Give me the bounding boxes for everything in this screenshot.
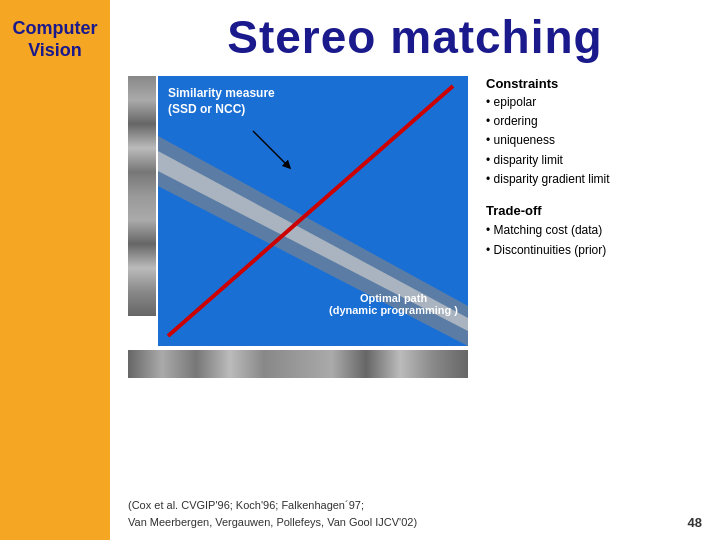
svg-line-3 <box>253 131 288 166</box>
main-content: Stereo matching <box>110 0 720 540</box>
citation: (Cox et al. CVGIP'96; Koch'96; Falkenhag… <box>128 497 417 530</box>
list-item: Discontinuities (prior) <box>486 240 702 260</box>
page-number: 48 <box>688 515 702 530</box>
list-item: uniqueness <box>486 131 702 150</box>
list-item: ordering <box>486 112 702 131</box>
image-strip-left <box>128 76 156 316</box>
list-item: Matching cost (data) <box>486 220 702 240</box>
bottom-image-strip <box>128 350 468 378</box>
diagram-area: Similarity measure (SSD or NCC) Optimal … <box>128 76 468 346</box>
tradeoff-title: Trade-off <box>486 203 702 218</box>
diagram-label-top: Similarity measure (SSD or NCC) <box>168 86 275 117</box>
diagram-section: Similarity measure (SSD or NCC) Optimal … <box>128 76 468 378</box>
list-item: epipolar <box>486 93 702 112</box>
constraints-list: epipolar ordering uniqueness disparity l… <box>486 93 702 189</box>
constraints-title: Constraints <box>486 76 702 91</box>
sidebar: Computer Vision <box>0 0 110 540</box>
page-title: Stereo matching <box>128 10 702 64</box>
list-item: disparity gradient limit <box>486 170 702 189</box>
content-row: Similarity measure (SSD or NCC) Optimal … <box>128 76 702 378</box>
footer: (Cox et al. CVGIP'96; Koch'96; Falkenhag… <box>110 497 720 530</box>
diagram-label-bottom: Optimal path (dynamic programming ) <box>329 292 458 316</box>
tradeoff-list: Matching cost (data) Discontinuities (pr… <box>486 220 702 261</box>
constraints-panel: Constraints epipolar ordering uniqueness… <box>478 76 702 261</box>
blue-diagram: Similarity measure (SSD or NCC) Optimal … <box>158 76 468 346</box>
list-item: disparity limit <box>486 151 702 170</box>
sidebar-title: Computer Vision <box>13 18 98 61</box>
